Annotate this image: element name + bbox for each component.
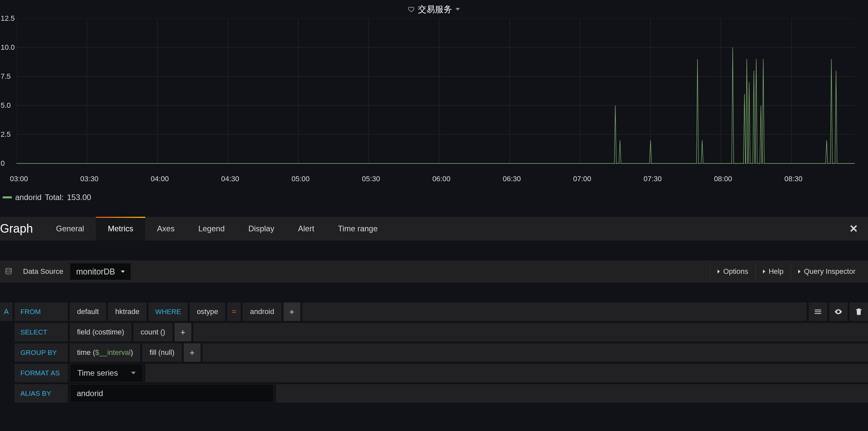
help-button[interactable]: Help: [755, 263, 790, 280]
menu-icon: [814, 308, 822, 316]
y-tick-label: 7.5: [1, 72, 11, 81]
caret-right-icon: [798, 269, 801, 274]
x-tick-label: 07:30: [644, 175, 714, 189]
x-tick-label: 05:00: [291, 175, 362, 189]
select-agg[interactable]: count (): [133, 323, 173, 341]
legend-swatch: [3, 196, 12, 198]
datasource-label: Data Source: [23, 267, 63, 276]
panel-type-label: Graph: [0, 222, 44, 236]
where-tag-value[interactable]: android: [243, 303, 281, 321]
eye-icon: [834, 308, 843, 316]
x-tick-label: 08:30: [784, 175, 855, 189]
chart-svg: [17, 19, 855, 177]
y-tick-label: 2.5: [1, 130, 11, 139]
x-tick-label: 05:30: [362, 175, 432, 189]
tabs-list: GeneralMetricsAxesLegendDisplayAlertTime…: [44, 217, 390, 240]
trash-icon: [855, 308, 863, 316]
query-row-format: FORMAT AS Time series: [0, 364, 868, 382]
panel-title-bar[interactable]: 交易服务: [0, 0, 868, 19]
caret-right-icon: [763, 269, 765, 274]
x-tick-label: 06:00: [432, 175, 503, 189]
add-where-button[interactable]: +: [283, 303, 300, 321]
query-inspector-button[interactable]: Query Inspector: [790, 263, 863, 280]
query-row-groupby: GROUP BY time ($__interval) fill (null) …: [0, 343, 868, 362]
legend-total-label: Total:: [45, 193, 64, 202]
database-icon: [5, 268, 12, 275]
query-row-alias: ALIAS BY: [0, 384, 868, 403]
tab-metrics[interactable]: Metrics: [96, 217, 145, 240]
datasource-bar: Data Source monitorDB Options Help Query…: [0, 260, 868, 283]
chevron-down-icon: [131, 372, 136, 374]
toggle-visibility-button[interactable]: [829, 303, 847, 321]
add-groupby-button[interactable]: +: [184, 343, 200, 362]
x-tick-label: 04:30: [221, 175, 291, 189]
from-label: FROM: [14, 303, 68, 321]
delete-query-button[interactable]: [849, 303, 868, 321]
tab-time-range[interactable]: Time range: [326, 217, 390, 240]
y-tick-label: 10.0: [1, 43, 15, 52]
heart-icon: [408, 6, 414, 12]
groupby-fill[interactable]: fill (null): [142, 343, 182, 362]
where-operator[interactable]: =: [227, 303, 241, 321]
chart-area[interactable]: 02.55.07.510.012.5: [0, 19, 868, 177]
groupby-label: GROUP BY: [14, 343, 68, 362]
where-label: WHERE: [149, 303, 187, 321]
query-editor: A FROM default hktrade WHERE ostype = an…: [0, 303, 868, 403]
caret-right-icon: [717, 269, 720, 274]
panel-title: 交易服务: [418, 4, 452, 15]
x-tick-label: 03:00: [10, 175, 80, 189]
y-tick-label: 0: [1, 159, 5, 168]
where-tag-key[interactable]: ostype: [190, 303, 225, 321]
tab-general[interactable]: General: [44, 217, 96, 240]
groupby-time[interactable]: time ($__interval): [70, 343, 140, 362]
x-tick-label: 04:00: [151, 175, 221, 189]
format-as-label: FORMAT AS: [14, 364, 68, 382]
editor-tab-bar: Graph GeneralMetricsAxesLegendDisplayAle…: [0, 217, 868, 240]
x-tick-label: 07:00: [573, 175, 644, 189]
alias-by-input[interactable]: [70, 384, 274, 403]
options-button[interactable]: Options: [710, 263, 755, 280]
query-row-select: SELECT field (costtime) count () +: [0, 323, 868, 341]
legend-name: andorid: [15, 193, 41, 202]
x-tick-label: 03:30: [80, 175, 151, 189]
tab-axes[interactable]: Axes: [145, 217, 186, 240]
close-icon[interactable]: ✕: [849, 223, 858, 235]
tab-legend[interactable]: Legend: [186, 217, 237, 240]
query-row-from: A FROM default hktrade WHERE ostype = an…: [0, 303, 868, 321]
tab-alert[interactable]: Alert: [286, 217, 326, 240]
select-field[interactable]: field (costtime): [70, 323, 131, 341]
y-tick-label: 5.0: [1, 101, 11, 110]
query-menu-button[interactable]: [809, 303, 827, 321]
datasource-selected: monitorDB: [76, 267, 115, 277]
chevron-down-icon: [456, 8, 460, 10]
y-tick-label: 12.5: [1, 14, 15, 23]
tab-display[interactable]: Display: [237, 217, 286, 240]
alias-by-label: ALIAS BY: [14, 384, 68, 403]
query-letter[interactable]: A: [0, 303, 12, 321]
datasource-select[interactable]: monitorDB: [70, 263, 131, 280]
format-as-select[interactable]: Time series: [70, 364, 143, 382]
legend-row[interactable]: andorid Total: 153.00: [0, 189, 868, 206]
svg-point-18: [6, 268, 11, 270]
legend-total-value: 153.00: [67, 193, 91, 202]
x-tick-label: 06:30: [503, 175, 573, 189]
chevron-down-icon: [121, 270, 125, 273]
add-select-button[interactable]: +: [175, 323, 191, 341]
select-label: SELECT: [14, 323, 68, 341]
from-measurement[interactable]: hktrade: [108, 303, 147, 321]
from-policy[interactable]: default: [70, 303, 106, 321]
x-tick-label: 08:00: [714, 175, 784, 189]
x-axis-labels: 03:0003:3004:0004:3005:0005:3006:0006:30…: [0, 175, 868, 189]
